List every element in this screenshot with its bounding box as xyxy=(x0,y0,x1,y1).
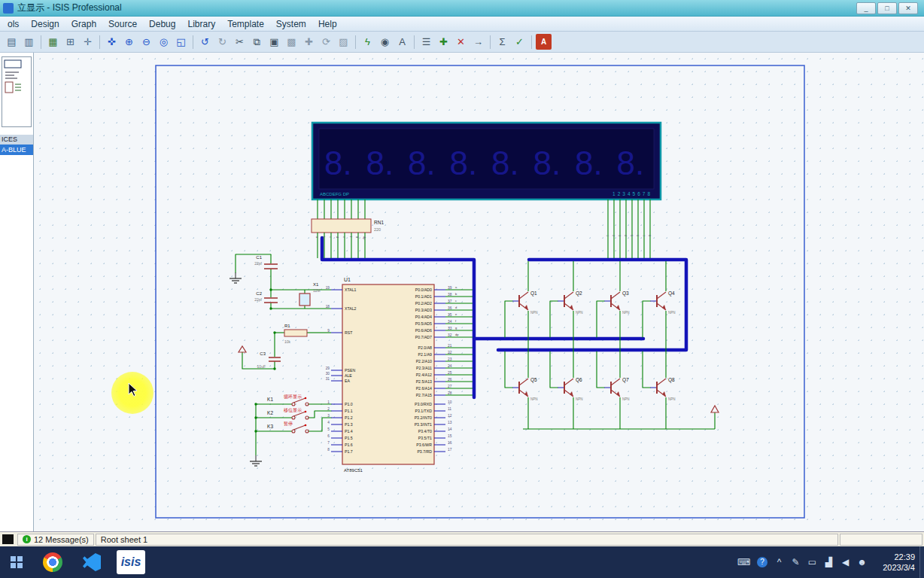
monitor-icon[interactable]: ▭ xyxy=(807,557,817,567)
svg-text:10: 10 xyxy=(448,400,452,404)
zoom-out-icon[interactable]: ⊖ xyxy=(138,34,154,50)
keyboard-icon[interactable]: ⌨ xyxy=(737,557,750,567)
design-explorer-icon[interactable]: ☰ xyxy=(418,34,434,50)
vscode-icon xyxy=(83,553,101,571)
crystal-x1[interactable]: X112M xyxy=(299,282,321,306)
start-button[interactable] xyxy=(0,546,33,578)
svg-text:P1.5: P1.5 xyxy=(345,436,353,440)
stop-button[interactable] xyxy=(2,534,14,544)
preview-pane[interactable] xyxy=(2,56,32,127)
pan-icon[interactable]: ✜ xyxy=(104,34,120,50)
block-move-icon[interactable]: ✚ xyxy=(301,34,317,50)
svg-text:P1.1: P1.1 xyxy=(345,409,353,413)
origin-icon[interactable]: ✛ xyxy=(80,34,96,50)
taskbar-vscode-button[interactable] xyxy=(78,548,106,576)
svg-text:c: c xyxy=(329,236,333,238)
erc-icon[interactable]: ✓ xyxy=(512,34,527,50)
svg-text:8.: 8. xyxy=(366,144,394,181)
display-module[interactable]: 8.8.8.8.8.8.8.8.ABCDEFG DP12345678 xyxy=(312,123,661,199)
schematic-sheet-icon[interactable]: ▤ xyxy=(4,34,20,50)
menu-system[interactable]: System xyxy=(270,17,312,31)
taskbar-chrome-button[interactable] xyxy=(38,548,67,576)
menu-library[interactable]: Library xyxy=(181,17,221,31)
menu-ols[interactable]: ols xyxy=(2,17,25,31)
wire-autorouter-icon[interactable]: ϟ xyxy=(360,34,375,50)
show-desktop-button[interactable] xyxy=(919,546,924,578)
capacitor-c3[interactable]: C310uF xyxy=(257,351,281,369)
svg-text:P3.1/TXD: P3.1/TXD xyxy=(415,409,433,413)
goto-sheet-icon[interactable]: → xyxy=(470,34,486,50)
grid-toggle-icon[interactable]: ⊞ xyxy=(62,34,78,50)
maximize-button[interactable]: □ xyxy=(877,2,897,14)
transistor-q2[interactable]: Q2NPN xyxy=(558,291,583,315)
search-tag-icon[interactable]: ◉ xyxy=(377,34,393,50)
pen-icon[interactable]: ✎ xyxy=(791,557,801,567)
transistor-q3[interactable]: Q3NPN xyxy=(604,291,630,315)
user-icon[interactable]: ☻ xyxy=(857,557,867,567)
new-sheet-icon[interactable]: ✚ xyxy=(436,34,451,50)
tray-expand-icon[interactable]: ^ xyxy=(774,557,784,567)
resistor-r1[interactable]: R110k xyxy=(284,324,307,344)
property-assign-icon[interactable]: A xyxy=(394,34,410,50)
copy-icon[interactable]: ⧉ xyxy=(249,34,265,50)
zoom-in-icon[interactable]: ⊕ xyxy=(121,34,137,50)
redraw-icon[interactable]: ▦ xyxy=(45,34,61,50)
undo-icon[interactable]: ↺ xyxy=(197,34,213,50)
taskbar-clock[interactable]: 22:39 2023/3/4 xyxy=(876,552,915,573)
menu-graph[interactable]: Graph xyxy=(65,17,102,31)
svg-text:K2: K2 xyxy=(267,410,273,415)
transistor-q7[interactable]: Q7NPN xyxy=(604,377,630,401)
block-copy-icon[interactable]: ▩ xyxy=(284,34,299,50)
svg-text:P3.3/INT1: P3.3/INT1 xyxy=(415,422,432,427)
network-icon[interactable]: ▟ xyxy=(824,557,834,567)
ares-icon[interactable]: A xyxy=(536,34,552,50)
power-terminal-left xyxy=(239,346,246,352)
menu-template[interactable]: Template xyxy=(221,17,270,31)
svg-text:33: 33 xyxy=(448,327,452,330)
svg-text:e: e xyxy=(455,312,457,316)
menu-help[interactable]: Help xyxy=(312,17,343,31)
zoom-all-icon[interactable]: ◎ xyxy=(156,34,172,50)
cut-icon[interactable]: ✂ xyxy=(232,34,248,50)
switch-k1[interactable]: K1循环显示 xyxy=(254,394,331,406)
block-delete-icon[interactable]: ▨ xyxy=(336,34,351,50)
toolbar-separator xyxy=(531,35,532,49)
switch-k3[interactable]: K3暂停 xyxy=(254,418,331,433)
svg-text:22: 22 xyxy=(448,351,452,354)
transistor-q4[interactable]: Q4NPN xyxy=(650,291,676,315)
block-rotate-icon[interactable]: ⟳ xyxy=(318,34,334,50)
svg-text:C1: C1 xyxy=(256,255,262,260)
help-icon[interactable]: ? xyxy=(757,557,767,567)
device-item[interactable]: A-BLUE xyxy=(0,144,33,155)
taskbar-isis-button[interactable]: isis xyxy=(117,548,145,576)
close-button[interactable]: ✕ xyxy=(898,2,918,14)
transistor-wires xyxy=(505,261,715,429)
transistor-q1[interactable]: Q1NPN xyxy=(512,291,538,315)
redo-icon[interactable]: ↻ xyxy=(214,34,230,50)
zoom-area-icon[interactable]: ◱ xyxy=(173,34,189,50)
menu-debug[interactable]: Debug xyxy=(143,17,181,31)
message-cell[interactable]: i 12 Message(s) xyxy=(17,534,94,546)
toolbar-separator xyxy=(99,35,100,49)
paste-icon[interactable]: ▣ xyxy=(266,34,282,50)
svg-text:25: 25 xyxy=(448,371,452,375)
svg-text:Q4: Q4 xyxy=(668,291,675,297)
capacitor-c1[interactable]: C122pf xyxy=(254,255,278,269)
menu-source[interactable]: Source xyxy=(102,17,143,31)
svg-text:EA: EA xyxy=(345,379,350,383)
transistor-q8[interactable]: Q8NPN xyxy=(650,377,676,401)
bom-icon[interactable]: Σ xyxy=(494,34,510,50)
u1-chip[interactable]: U1AT89C5119XTAL118XTAL29RST29PSEN30ALE31… xyxy=(326,277,452,473)
volume-icon[interactable]: ◀ xyxy=(840,557,850,567)
capacitor-c2[interactable]: C222pf xyxy=(254,291,278,303)
devices-header: ICES xyxy=(0,135,33,144)
print-icon[interactable]: ▥ xyxy=(21,34,37,50)
menu-design[interactable]: Design xyxy=(25,17,65,31)
minimize-button[interactable]: _ xyxy=(856,2,876,14)
remove-sheet-icon[interactable]: ✕ xyxy=(453,34,469,50)
switch-k2[interactable]: K2移位显示 xyxy=(254,407,331,419)
svg-text:RST: RST xyxy=(345,330,353,335)
transistor-q5[interactable]: Q5NPN xyxy=(512,377,538,401)
transistor-q6[interactable]: Q6NPN xyxy=(558,377,583,401)
schematic-canvas[interactable]: 8.8.8.8.8.8.8.8.ABCDEFG DP12345678RN1220… xyxy=(34,53,924,531)
